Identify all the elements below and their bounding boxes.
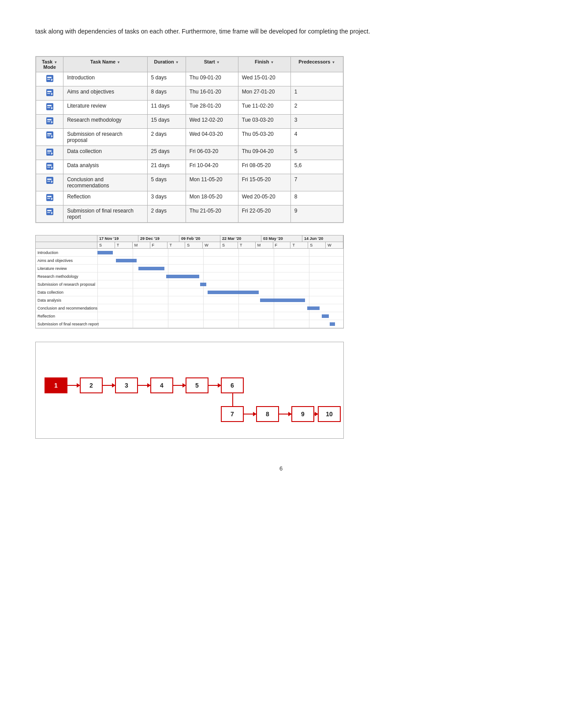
task-finish-cell: Thu 09-04-20 (238, 146, 290, 160)
task-duration-cell: 15 days (147, 115, 186, 129)
gantt-row: Aims and objectives (36, 257, 343, 265)
task-start-cell: Thu 16-01-20 (186, 86, 238, 101)
gantt-chart-area (97, 280, 343, 288)
gantt-day-4: F (150, 242, 168, 248)
gantt-bar (200, 283, 206, 286)
gantt-task-label: Reflection (36, 314, 97, 318)
svg-rect-19 (47, 164, 52, 166)
task-finish-cell: Fri 22-05-20 (238, 205, 290, 223)
col-header-predecessors[interactable]: Predecessors ▼ (290, 57, 343, 72)
gantt-day-13: S (308, 242, 326, 248)
gantt-row: Research methodology (36, 273, 343, 280)
gantt-task-label: Literature review (36, 266, 97, 271)
gantt-day-2: T (115, 242, 133, 248)
network-box-n4: 4 (150, 377, 173, 393)
svg-rect-1 (47, 77, 52, 78)
task-name-cell: Submission of final research report (63, 205, 147, 223)
task-predecessors-cell: 1 (290, 86, 343, 101)
svg-rect-20 (47, 167, 50, 168)
task-mode-cell (36, 205, 63, 223)
svg-rect-27 (46, 208, 53, 215)
gantt-chart-area (97, 296, 343, 304)
task-predecessors-cell: 5,6 (290, 160, 343, 174)
task-name-cell: Research methodology (63, 115, 147, 129)
task-mode-cell (36, 174, 63, 191)
task-mode-cell (36, 146, 63, 160)
svg-rect-22 (47, 179, 52, 180)
gantt-label-col-day (36, 242, 97, 248)
gantt-task-label: Data collection (36, 290, 97, 295)
col-header-start[interactable]: Start ▼ (186, 57, 238, 72)
task-predecessors-cell: 9 (290, 205, 343, 223)
svg-rect-13 (47, 133, 52, 134)
svg-rect-6 (46, 103, 53, 110)
task-finish-cell: Fri 15-05-20 (238, 174, 290, 191)
gantt-chart-area (97, 312, 343, 320)
gantt-chart-area (97, 273, 343, 280)
gantt-task-label: Conclusion and recommendations (36, 306, 97, 310)
gantt-day-3: M (133, 242, 150, 248)
svg-rect-5 (47, 93, 50, 94)
table-row: Aims and objectives8 daysThu 16-01-20Mon… (36, 86, 343, 101)
task-duration-cell: 11 days (147, 101, 186, 115)
table-row: Research methodology15 daysWed 12-02-20T… (36, 115, 343, 129)
task-finish-cell: Tue 11-02-20 (238, 101, 290, 115)
gantt-bar (307, 306, 320, 310)
gantt-day-8: S (220, 242, 238, 248)
gantt-chart-area (97, 265, 343, 273)
gantt-day-11: F (273, 242, 291, 248)
gantt-day-9: T (238, 242, 256, 248)
gantt-label-col-header (36, 235, 97, 242)
task-start-cell: Fri 06-03-20 (186, 146, 238, 160)
col-header-taskmode[interactable]: Task ▼Mode (36, 57, 63, 72)
svg-rect-3 (46, 89, 53, 96)
task-finish-cell: Tue 03-03-20 (238, 115, 290, 129)
task-duration-cell: 21 days (147, 160, 186, 174)
col-header-duration[interactable]: Duration ▼ (147, 57, 186, 72)
col-header-taskname[interactable]: Task Name ▼ (63, 57, 147, 72)
table-row: Conclusion and recommendations5 daysMon … (36, 174, 343, 191)
gantt-task-label: Research methodology (36, 274, 97, 279)
svg-rect-11 (47, 121, 50, 122)
task-name-cell: Aims and objectives (63, 86, 147, 101)
task-predecessors-cell: 5 (290, 146, 343, 160)
task-start-cell: Fri 10-04-20 (186, 160, 238, 174)
task-predecessors-cell: 3 (290, 115, 343, 129)
gantt-task-label: Introduction (36, 250, 97, 255)
table-row: Introduction5 daysThu 09-01-20Wed 15-01-… (36, 72, 343, 86)
gantt-header-periods: 17 Nov '19 29 Dec '19 09 Feb '20 22 Mar … (36, 235, 343, 242)
task-start-cell: Wed 12-02-20 (186, 115, 238, 129)
network-box-n2: 2 (80, 377, 103, 393)
network-box-n6: 6 (221, 377, 244, 393)
network-box-n7: 7 (221, 406, 244, 422)
task-predecessors-cell: 4 (290, 129, 343, 146)
table-row: Data analysis21 daysFri 10-04-20Fri 08-0… (36, 160, 343, 174)
task-predecessors-cell (290, 72, 343, 86)
task-mode-cell (36, 101, 63, 115)
task-duration-cell: 5 days (147, 174, 186, 191)
gantt-row: Submission of final research report (36, 320, 343, 328)
task-mode-cell (36, 160, 63, 174)
task-table: Task ▼Mode Task Name ▼ Duration ▼ Start … (36, 56, 343, 223)
task-duration-cell: 2 days (147, 129, 186, 146)
gantt-bar (116, 259, 137, 262)
task-mode-cell (36, 115, 63, 129)
col-header-finish[interactable]: Finish ▼ (238, 57, 290, 72)
svg-rect-9 (46, 117, 53, 124)
network-diagram: 12345678910 (35, 342, 344, 439)
task-start-cell: Thu 09-01-20 (186, 72, 238, 86)
task-duration-cell: 5 days (147, 72, 186, 86)
svg-rect-4 (47, 91, 52, 92)
gantt-row: Data analysis (36, 296, 343, 304)
svg-rect-2 (47, 79, 50, 80)
svg-rect-10 (47, 119, 52, 120)
task-finish-cell: Thu 05-03-20 (238, 129, 290, 146)
task-mode-cell (36, 72, 63, 86)
gantt-task-label: Data analysis (36, 298, 97, 302)
gantt-chart-area (97, 257, 343, 265)
gantt-bar (97, 251, 113, 254)
task-finish-cell: Fri 08-05-20 (238, 160, 290, 174)
task-start-cell: Mon 11-05-20 (186, 174, 238, 191)
gantt-body: IntroductionAims and objectivesLiteratur… (36, 249, 343, 328)
svg-rect-28 (47, 210, 52, 211)
